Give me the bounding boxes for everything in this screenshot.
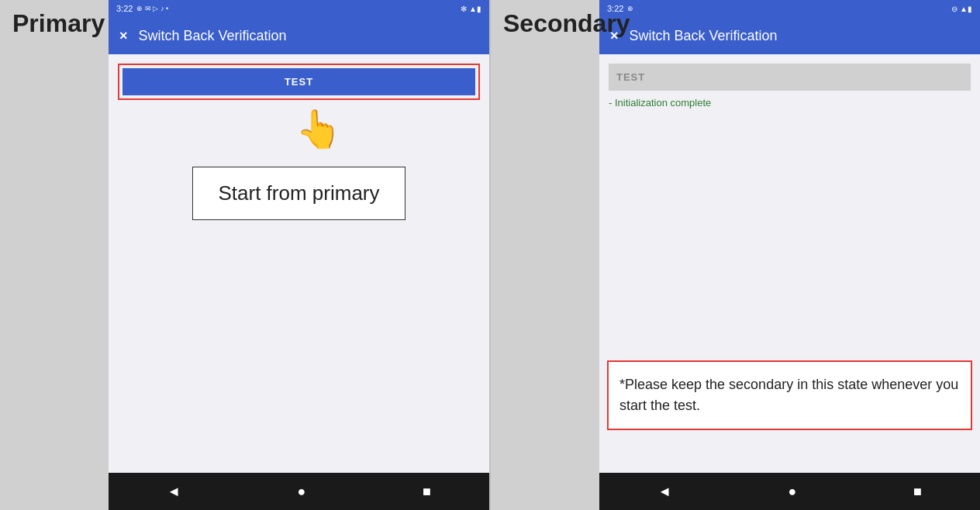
primary-panel: Primary 3:22 ⊕ ✉ ▷ ♪ • ✻ ▲▮ × Switch Bac…	[0, 0, 489, 510]
start-from-primary-box: Start from primary	[192, 167, 405, 220]
primary-nav-back[interactable]: ◄	[167, 484, 181, 500]
secondary-status-bar: 3:22 ⊕ ⊖ ▲▮	[599, 0, 980, 17]
primary-label: Primary	[0, 0, 109, 510]
primary-nav-bar: ◄ ● ■	[109, 473, 489, 510]
primary-status-bar: 3:22 ⊕ ✉ ▷ ♪ • ✻ ▲▮	[109, 0, 489, 17]
primary-test-btn-wrapper: TEST	[118, 64, 480, 100]
primary-nav-recents[interactable]: ■	[423, 484, 431, 500]
primary-status-left: 3:22 ⊕ ✉ ▷ ♪ •	[116, 4, 168, 13]
primary-label-text: Primary	[12, 9, 105, 38]
primary-status-right: ✻ ▲▮	[461, 5, 481, 13]
secondary-nav-home[interactable]: ●	[788, 484, 797, 500]
secondary-test-button-disabled: TEST	[609, 64, 971, 91]
primary-test-button[interactable]: TEST	[122, 68, 475, 95]
primary-status-icons-right: ✻ ▲▮	[461, 5, 481, 13]
initialization-text: - Initialization complete	[609, 97, 711, 109]
primary-nav-home[interactable]: ●	[298, 484, 306, 500]
secondary-nav-bar: ◄ ● ■	[599, 473, 980, 510]
secondary-nav-recents[interactable]: ■	[913, 484, 922, 500]
primary-phone-frame: 3:22 ⊕ ✉ ▷ ♪ • ✻ ▲▮ × Switch Back Verifi…	[109, 0, 489, 510]
secondary-notice-text: *Please keep the secondary in this state…	[619, 377, 958, 413]
secondary-status-icons-right: ⊖ ▲▮	[951, 5, 972, 13]
secondary-nav-back[interactable]: ◄	[657, 484, 671, 500]
secondary-status-right: ⊖ ▲▮	[951, 5, 972, 13]
secondary-phone-frame: 3:22 ⊕ ⊖ ▲▮ × Switch Back Verification T…	[599, 0, 980, 510]
secondary-content: TEST - Initialization complete *Please k…	[599, 54, 980, 473]
primary-status-icons-left: ⊕ ✉ ▷ ♪ •	[136, 5, 168, 12]
primary-app-bar-title: Switch Back Verification	[139, 28, 287, 44]
secondary-label: Secondary	[491, 0, 599, 510]
hand-cursor-icon: 👆	[295, 108, 342, 151]
primary-content: TEST 👆 Start from primary	[109, 54, 489, 473]
secondary-label-text: Secondary	[503, 9, 630, 38]
primary-time: 3:22	[116, 4, 133, 13]
secondary-panel: Secondary 3:22 ⊕ ⊖ ▲▮ × Switch Back Veri…	[491, 0, 980, 510]
primary-app-bar: × Switch Back Verification	[109, 17, 489, 54]
primary-close-button[interactable]: ×	[119, 28, 128, 44]
secondary-test-btn-wrapper: TEST	[609, 64, 971, 91]
secondary-notice-box: *Please keep the secondary in this state…	[607, 360, 972, 430]
secondary-app-bar: × Switch Back Verification	[599, 17, 980, 54]
start-from-primary-text: Start from primary	[218, 181, 379, 205]
secondary-app-bar-title: Switch Back Verification	[630, 28, 778, 44]
